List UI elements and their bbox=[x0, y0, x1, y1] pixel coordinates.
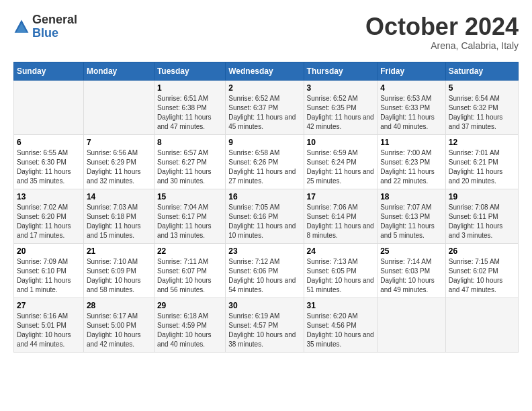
logo-general: General bbox=[32, 13, 77, 26]
day-number: 1 bbox=[157, 83, 222, 93]
column-header-monday: Monday bbox=[83, 62, 154, 80]
day-info: Sunrise: 7:01 AM Sunset: 6:21 PM Dayligh… bbox=[449, 148, 515, 186]
column-header-thursday: Thursday bbox=[304, 62, 378, 80]
day-cell: 3Sunrise: 6:52 AM Sunset: 6:35 PM Daylig… bbox=[304, 80, 378, 134]
day-info: Sunrise: 7:11 AM Sunset: 6:07 PM Dayligh… bbox=[157, 257, 222, 295]
day-number: 25 bbox=[380, 246, 443, 256]
location-subtitle: Arena, Calabria, Italy bbox=[365, 40, 519, 51]
day-info: Sunrise: 6:59 AM Sunset: 6:24 PM Dayligh… bbox=[307, 148, 375, 186]
day-cell: 14Sunrise: 7:03 AM Sunset: 6:18 PM Dayli… bbox=[83, 189, 154, 243]
day-number: 28 bbox=[87, 301, 151, 310]
day-number: 27 bbox=[17, 301, 81, 310]
day-number: 31 bbox=[307, 301, 375, 310]
day-cell: 21Sunrise: 7:10 AM Sunset: 6:09 PM Dayli… bbox=[83, 243, 154, 298]
day-number: 8 bbox=[157, 138, 222, 147]
logo-blue: Blue bbox=[32, 26, 58, 40]
day-info: Sunrise: 7:12 AM Sunset: 6:06 PM Dayligh… bbox=[228, 257, 300, 295]
day-cell: 26Sunrise: 7:15 AM Sunset: 6:02 PM Dayli… bbox=[445, 243, 518, 298]
page-header: General Blue October 2024 Arena, Calabri… bbox=[13, 13, 519, 51]
day-cell bbox=[83, 80, 154, 134]
day-cell: 5Sunrise: 6:54 AM Sunset: 6:32 PM Daylig… bbox=[445, 80, 518, 134]
day-info: Sunrise: 7:02 AM Sunset: 6:20 PM Dayligh… bbox=[17, 203, 81, 240]
week-row-1: 1Sunrise: 6:51 AM Sunset: 6:38 PM Daylig… bbox=[14, 80, 519, 134]
day-cell: 22Sunrise: 7:11 AM Sunset: 6:07 PM Dayli… bbox=[154, 243, 225, 298]
day-info: Sunrise: 6:17 AM Sunset: 5:00 PM Dayligh… bbox=[87, 312, 151, 349]
day-info: Sunrise: 7:10 AM Sunset: 6:09 PM Dayligh… bbox=[87, 257, 151, 295]
day-cell: 16Sunrise: 7:05 AM Sunset: 6:16 PM Dayli… bbox=[226, 189, 304, 243]
day-cell: 17Sunrise: 7:06 AM Sunset: 6:14 PM Dayli… bbox=[304, 189, 378, 243]
day-info: Sunrise: 6:53 AM Sunset: 6:33 PM Dayligh… bbox=[380, 94, 443, 132]
day-number: 10 bbox=[307, 138, 375, 147]
day-cell bbox=[445, 298, 518, 352]
day-number: 5 bbox=[449, 83, 515, 93]
week-row-3: 13Sunrise: 7:02 AM Sunset: 6:20 PM Dayli… bbox=[14, 189, 519, 243]
day-info: Sunrise: 7:14 AM Sunset: 6:03 PM Dayligh… bbox=[380, 257, 443, 295]
week-row-2: 6Sunrise: 6:55 AM Sunset: 6:30 PM Daylig… bbox=[14, 134, 519, 189]
day-number: 4 bbox=[380, 83, 443, 93]
day-info: Sunrise: 7:08 AM Sunset: 6:11 PM Dayligh… bbox=[449, 203, 515, 240]
day-info: Sunrise: 7:13 AM Sunset: 6:05 PM Dayligh… bbox=[307, 257, 375, 295]
logo-text: General Blue bbox=[32, 13, 77, 40]
column-header-wednesday: Wednesday bbox=[226, 62, 304, 80]
day-cell: 19Sunrise: 7:08 AM Sunset: 6:11 PM Dayli… bbox=[445, 189, 518, 243]
day-number: 24 bbox=[307, 246, 375, 256]
day-cell: 23Sunrise: 7:12 AM Sunset: 6:06 PM Dayli… bbox=[226, 243, 304, 298]
day-number: 23 bbox=[228, 246, 300, 256]
day-cell: 12Sunrise: 7:01 AM Sunset: 6:21 PM Dayli… bbox=[445, 134, 518, 189]
day-info: Sunrise: 7:04 AM Sunset: 6:17 PM Dayligh… bbox=[157, 203, 222, 240]
day-cell: 4Sunrise: 6:53 AM Sunset: 6:33 PM Daylig… bbox=[378, 80, 446, 134]
day-info: Sunrise: 7:09 AM Sunset: 6:10 PM Dayligh… bbox=[17, 257, 81, 295]
day-cell: 11Sunrise: 7:00 AM Sunset: 6:23 PM Dayli… bbox=[378, 134, 446, 189]
day-info: Sunrise: 6:51 AM Sunset: 6:38 PM Dayligh… bbox=[157, 94, 222, 132]
column-headers: SundayMondayTuesdayWednesdayThursdayFrid… bbox=[14, 62, 519, 80]
day-info: Sunrise: 7:15 AM Sunset: 6:02 PM Dayligh… bbox=[449, 257, 515, 295]
day-number: 9 bbox=[228, 138, 300, 147]
column-header-friday: Friday bbox=[378, 62, 446, 80]
day-cell: 10Sunrise: 6:59 AM Sunset: 6:24 PM Dayli… bbox=[304, 134, 378, 189]
day-cell: 8Sunrise: 6:57 AM Sunset: 6:27 PM Daylig… bbox=[154, 134, 225, 189]
day-info: Sunrise: 6:56 AM Sunset: 6:29 PM Dayligh… bbox=[87, 148, 151, 186]
day-info: Sunrise: 6:55 AM Sunset: 6:30 PM Dayligh… bbox=[17, 148, 81, 186]
calendar-table: SundayMondayTuesdayWednesdayThursdayFrid… bbox=[13, 62, 519, 353]
column-header-sunday: Sunday bbox=[14, 62, 84, 80]
logo: General Blue bbox=[13, 13, 77, 40]
day-cell: 27Sunrise: 6:16 AM Sunset: 5:01 PM Dayli… bbox=[14, 298, 84, 352]
day-cell: 20Sunrise: 7:09 AM Sunset: 6:10 PM Dayli… bbox=[14, 243, 84, 298]
day-number: 3 bbox=[307, 83, 375, 93]
day-number: 13 bbox=[17, 192, 81, 201]
day-info: Sunrise: 7:00 AM Sunset: 6:23 PM Dayligh… bbox=[380, 148, 443, 186]
day-cell: 9Sunrise: 6:58 AM Sunset: 6:26 PM Daylig… bbox=[226, 134, 304, 189]
day-number: 30 bbox=[228, 301, 300, 310]
day-cell: 1Sunrise: 6:51 AM Sunset: 6:38 PM Daylig… bbox=[154, 80, 225, 134]
title-block: October 2024 Arena, Calabria, Italy bbox=[365, 13, 519, 51]
day-info: Sunrise: 7:05 AM Sunset: 6:16 PM Dayligh… bbox=[228, 203, 300, 240]
day-number: 7 bbox=[87, 138, 151, 147]
day-cell: 15Sunrise: 7:04 AM Sunset: 6:17 PM Dayli… bbox=[154, 189, 225, 243]
day-info: Sunrise: 6:57 AM Sunset: 6:27 PM Dayligh… bbox=[157, 148, 222, 186]
day-info: Sunrise: 7:03 AM Sunset: 6:18 PM Dayligh… bbox=[87, 203, 151, 240]
day-number: 19 bbox=[449, 192, 515, 201]
day-info: Sunrise: 7:06 AM Sunset: 6:14 PM Dayligh… bbox=[307, 203, 375, 240]
day-number: 12 bbox=[449, 138, 515, 147]
column-header-tuesday: Tuesday bbox=[154, 62, 225, 80]
day-number: 15 bbox=[157, 192, 222, 201]
day-info: Sunrise: 6:54 AM Sunset: 6:32 PM Dayligh… bbox=[449, 94, 515, 132]
day-info: Sunrise: 6:20 AM Sunset: 4:56 PM Dayligh… bbox=[307, 312, 375, 349]
day-cell: 24Sunrise: 7:13 AM Sunset: 6:05 PM Dayli… bbox=[304, 243, 378, 298]
day-info: Sunrise: 6:16 AM Sunset: 5:01 PM Dayligh… bbox=[17, 312, 81, 349]
day-cell: 28Sunrise: 6:17 AM Sunset: 5:00 PM Dayli… bbox=[83, 298, 154, 352]
day-number: 14 bbox=[87, 192, 151, 201]
day-number: 21 bbox=[87, 246, 151, 256]
day-info: Sunrise: 6:19 AM Sunset: 4:57 PM Dayligh… bbox=[228, 312, 300, 349]
day-info: Sunrise: 6:52 AM Sunset: 6:37 PM Dayligh… bbox=[228, 94, 300, 132]
day-number: 17 bbox=[307, 192, 375, 201]
day-number: 29 bbox=[157, 301, 222, 310]
day-cell: 2Sunrise: 6:52 AM Sunset: 6:37 PM Daylig… bbox=[226, 80, 304, 134]
day-info: Sunrise: 6:52 AM Sunset: 6:35 PM Dayligh… bbox=[307, 94, 375, 132]
day-cell: 31Sunrise: 6:20 AM Sunset: 4:56 PM Dayli… bbox=[304, 298, 378, 352]
week-row-5: 27Sunrise: 6:16 AM Sunset: 5:01 PM Dayli… bbox=[14, 298, 519, 352]
month-title: October 2024 bbox=[365, 13, 519, 40]
day-number: 6 bbox=[17, 138, 81, 147]
day-info: Sunrise: 7:07 AM Sunset: 6:13 PM Dayligh… bbox=[380, 203, 443, 240]
week-row-4: 20Sunrise: 7:09 AM Sunset: 6:10 PM Dayli… bbox=[14, 243, 519, 298]
